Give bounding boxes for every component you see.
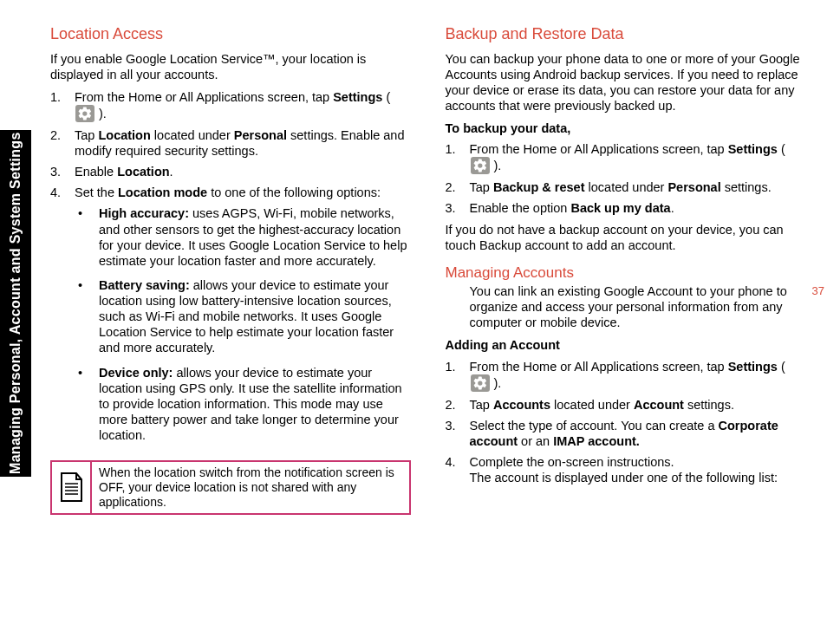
step-number: 3. (50, 164, 75, 179)
bold: Device only: (99, 366, 173, 380)
text: located under (550, 398, 634, 412)
step-number: 3. (446, 200, 470, 216)
text: From the Home or All Applications screen… (470, 142, 728, 156)
subhead-adding-account: Adding an Account (446, 337, 806, 353)
bullet-text: Device only: allows your device to estim… (99, 365, 411, 444)
text: settings. (721, 180, 772, 194)
bstep-3: 3. Enable the option Back up my data. (446, 200, 806, 216)
left-column: Location Access If you enable Google Loc… (50, 24, 411, 515)
astep-1: 1. From the Home or All Applications scr… (446, 359, 806, 392)
bold: Location mode (118, 185, 207, 199)
managing-intro: You can link an existing Google Account … (446, 283, 806, 330)
heading-location-access: Location Access (50, 24, 411, 44)
bold: Account (634, 398, 684, 412)
page-columns: Location Access If you enable Google Loc… (50, 24, 805, 515)
astep-4: 4. Complete the on-screen instructions. … (446, 454, 806, 485)
location-steps: 1. From the Home or All Applications scr… (50, 89, 411, 452)
text: or an (518, 434, 553, 448)
bold: Personal (234, 128, 287, 142)
bold: IMAP account. (553, 434, 640, 448)
text: Enable the option (470, 201, 571, 215)
text: . (170, 165, 173, 179)
text: ( (778, 142, 785, 156)
right-column: Backup and Restore Data You can backup y… (446, 24, 806, 515)
step-number: 1. (446, 359, 470, 392)
note-text: When the location switch from the notifi… (92, 462, 409, 512)
step-number: 2. (446, 397, 470, 413)
bullet-text: Battery saving: allows your device to es… (99, 277, 411, 356)
text: The account is displayed under one of th… (470, 471, 778, 485)
step-number: 1. (446, 141, 470, 174)
step-2: 2. Tap Location located under Personal s… (50, 127, 411, 159)
bold: Accounts (493, 398, 550, 412)
step-number: 2. (446, 179, 470, 195)
bold: Settings (333, 90, 382, 104)
astep-2: 2. Tap Accounts located under Account se… (446, 397, 806, 413)
text: to one of the following options: (207, 185, 381, 199)
text: ( (778, 360, 785, 374)
bold: Personal (667, 180, 720, 194)
step-body: Complete the on-screen instructions. The… (470, 454, 806, 485)
note-icon (52, 462, 92, 512)
text: Tap (470, 398, 493, 412)
text: Tap (470, 180, 493, 194)
bold: Location (117, 165, 169, 179)
bullet-dot: • (75, 205, 99, 269)
bullet-text: High accuracy: uses AGPS, Wi-Fi, mobile … (99, 205, 411, 269)
text: ( (382, 90, 390, 104)
settings-icon (75, 105, 94, 122)
text: Complete the on-screen instructions. (470, 455, 674, 469)
bstep-1: 1. From the Home or All Applications scr… (446, 141, 806, 174)
step-body: Enable Location. (75, 164, 411, 179)
bullet-battery-saving: • Battery saving: allows your device to … (75, 277, 411, 356)
text: settings. (684, 398, 734, 412)
bold: Battery saving: (99, 278, 190, 292)
step-number: 4. (50, 185, 75, 452)
step-body: From the Home or All Applications screen… (75, 89, 411, 122)
step-body: Select the type of account. You can crea… (470, 418, 806, 449)
step-number: 4. (446, 454, 470, 485)
step-number: 3. (446, 418, 470, 449)
step-body: Tap Accounts located under Account setti… (470, 397, 806, 413)
text: Enable (75, 165, 117, 179)
backup-intro: You can backup your phone data to one or… (446, 51, 806, 114)
intro-text: If you enable Google Location Service™, … (50, 51, 411, 82)
settings-icon (471, 374, 490, 392)
text: . (671, 201, 674, 215)
heading-backup: Backup and Restore Data (446, 24, 806, 44)
step-number: 1. (50, 89, 75, 122)
text: ). (491, 376, 502, 390)
bullet-dot: • (75, 277, 99, 356)
step-body: Set the Location mode to one of the foll… (75, 185, 411, 452)
text: Set the (75, 185, 118, 199)
text: ). (95, 107, 107, 120)
heading-managing-accounts: Managing Accounts (446, 263, 806, 282)
step-4: 4. Set the Location mode to one of the f… (50, 185, 411, 452)
text: Tap (75, 128, 98, 142)
subhead-to-backup: To backup your data, (446, 120, 806, 136)
backup-steps: 1. From the Home or All Applications scr… (446, 141, 806, 216)
bold: Settings (728, 142, 778, 156)
bold: Settings (728, 360, 778, 374)
bold: Backup & reset (493, 180, 585, 194)
after-backup-text: If you do not have a backup account on y… (446, 222, 806, 253)
text: From the Home or All Applications screen… (470, 360, 728, 374)
text: From the Home or All Applications screen… (75, 90, 333, 104)
text: located under (151, 128, 234, 142)
page-number: 37 (812, 284, 824, 297)
step-body: Tap Backup & reset located under Persona… (470, 179, 806, 195)
side-tab-label: Managing Personal, Account and System Se… (0, 130, 31, 477)
text: ). (491, 159, 502, 172)
bullet-high-accuracy: • High accuracy: uses AGPS, Wi-Fi, mobil… (75, 205, 411, 269)
step-body: From the Home or All Applications screen… (470, 141, 806, 174)
text: located under (585, 180, 668, 194)
account-steps: 1. From the Home or All Applications scr… (446, 359, 806, 486)
astep-3: 3. Select the type of account. You can c… (446, 418, 806, 449)
step-1: 1. From the Home or All Applications scr… (50, 89, 411, 122)
note-box: When the location switch from the notifi… (50, 460, 411, 514)
step-number: 2. (50, 127, 75, 159)
step-body: Enable the option Back up my data. (470, 200, 806, 216)
bold: Back up my data (570, 201, 670, 215)
bold: Location (98, 128, 150, 142)
step-3: 3. Enable Location. (50, 164, 411, 179)
